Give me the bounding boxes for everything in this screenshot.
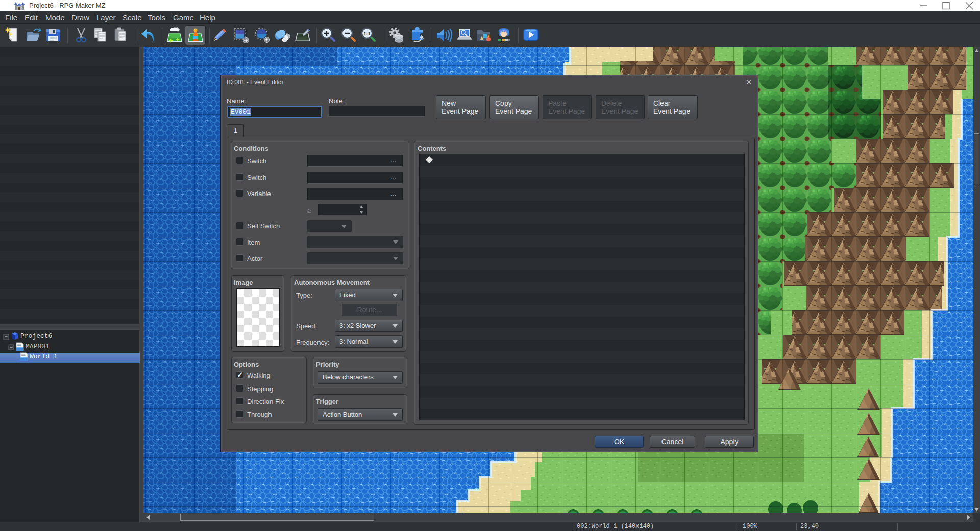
svg-text:1:1: 1:1 [363, 31, 370, 36]
